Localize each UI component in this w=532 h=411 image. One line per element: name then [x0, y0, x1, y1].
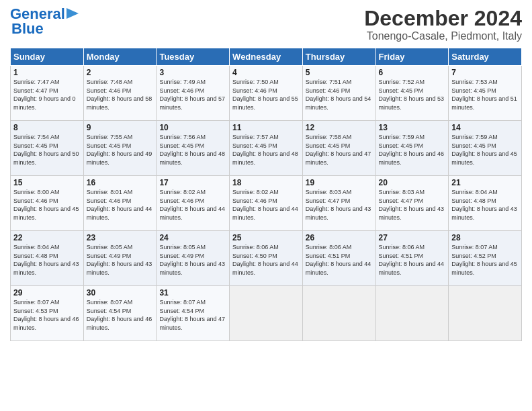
header: General Blue December 2024 Tonengo-Casal… — [10, 7, 522, 42]
table-row: 9Sunrise: 7:55 AMSunset: 4:45 PMDaylight… — [83, 121, 157, 176]
logo-arrow-icon — [66, 8, 79, 19]
calendar-table: Sunday Monday Tuesday Wednesday Thursday… — [10, 48, 522, 341]
table-row: 29Sunrise: 8:07 AMSunset: 4:53 PMDayligh… — [11, 286, 84, 341]
table-row: 11Sunrise: 7:57 AMSunset: 4:45 PMDayligh… — [230, 121, 303, 176]
cell-text: Sunrise: 7:53 AMSunset: 4:45 PMDaylight:… — [451, 79, 517, 111]
title-block: December 2024 Tonengo-Casale, Piedmont, … — [364, 7, 522, 42]
table-row: 16Sunrise: 8:01 AMSunset: 4:46 PMDayligh… — [83, 176, 157, 231]
day-number: 5 — [306, 68, 373, 77]
table-row: 7Sunrise: 7:53 AMSunset: 4:45 PMDaylight… — [449, 66, 522, 121]
svg-marker-0 — [66, 8, 79, 19]
table-row: 27Sunrise: 8:06 AMSunset: 4:51 PMDayligh… — [375, 231, 449, 286]
table-row: 6Sunrise: 7:52 AMSunset: 4:45 PMDaylight… — [375, 66, 449, 121]
day-number: 22 — [13, 233, 81, 242]
day-number: 31 — [159, 288, 226, 298]
logo: General Blue — [10, 7, 79, 36]
table-row: 22Sunrise: 8:04 AMSunset: 4:48 PMDayligh… — [11, 231, 84, 286]
cell-text: Sunrise: 7:59 AMSunset: 4:45 PMDaylight:… — [379, 134, 445, 166]
table-row: 25Sunrise: 8:06 AMSunset: 4:50 PMDayligh… — [230, 231, 303, 286]
table-row — [230, 286, 303, 341]
calendar-week-row: 22Sunrise: 8:04 AMSunset: 4:48 PMDayligh… — [11, 231, 522, 286]
day-number: 19 — [306, 178, 373, 187]
day-number: 8 — [13, 123, 81, 132]
cell-text: Sunrise: 7:52 AMSunset: 4:45 PMDaylight:… — [379, 79, 445, 111]
table-row: 8Sunrise: 7:54 AMSunset: 4:45 PMDaylight… — [11, 121, 84, 176]
table-row: 28Sunrise: 8:07 AMSunset: 4:52 PMDayligh… — [449, 231, 522, 286]
col-friday: Friday — [375, 48, 449, 66]
table-row — [375, 286, 449, 341]
cell-text: Sunrise: 8:00 AMSunset: 4:46 PMDaylight:… — [13, 189, 79, 221]
table-row: 3Sunrise: 7:49 AMSunset: 4:46 PMDaylight… — [157, 66, 230, 121]
cell-text: Sunrise: 8:04 AMSunset: 4:48 PMDaylight:… — [13, 244, 79, 276]
day-number: 20 — [379, 178, 446, 187]
day-number: 1 — [13, 68, 81, 77]
cell-text: Sunrise: 8:07 AMSunset: 4:54 PMDaylight:… — [159, 299, 225, 331]
calendar-header-row: Sunday Monday Tuesday Wednesday Thursday… — [11, 48, 522, 66]
cell-text: Sunrise: 7:48 AMSunset: 4:46 PMDaylight:… — [87, 79, 152, 111]
day-number: 25 — [232, 233, 300, 242]
calendar-week-row: 1Sunrise: 7:47 AMSunset: 4:47 PMDaylight… — [11, 66, 522, 121]
cell-text: Sunrise: 7:49 AMSunset: 4:46 PMDaylight:… — [159, 79, 225, 111]
day-number: 10 — [159, 123, 226, 132]
day-number: 7 — [451, 68, 519, 77]
day-number: 2 — [87, 68, 154, 77]
logo-blue: Blue — [11, 20, 44, 37]
cell-text: Sunrise: 7:47 AMSunset: 4:47 PMDaylight:… — [13, 79, 76, 111]
cell-text: Sunrise: 7:50 AMSunset: 4:46 PMDaylight:… — [232, 79, 298, 111]
table-row: 18Sunrise: 8:02 AMSunset: 4:46 PMDayligh… — [230, 176, 303, 231]
col-monday: Monday — [83, 48, 157, 66]
cell-text: Sunrise: 8:07 AMSunset: 4:52 PMDaylight:… — [451, 244, 517, 276]
col-sunday: Sunday — [11, 48, 84, 66]
cell-text: Sunrise: 7:59 AMSunset: 4:45 PMDaylight:… — [451, 134, 517, 166]
col-saturday: Saturday — [449, 48, 522, 66]
table-row: 19Sunrise: 8:03 AMSunset: 4:47 PMDayligh… — [302, 176, 375, 231]
cell-text: Sunrise: 8:05 AMSunset: 4:49 PMDaylight:… — [87, 244, 152, 276]
table-row: 10Sunrise: 7:56 AMSunset: 4:45 PMDayligh… — [157, 121, 230, 176]
day-number: 4 — [232, 68, 300, 77]
col-tuesday: Tuesday — [157, 48, 230, 66]
day-number: 24 — [159, 233, 226, 242]
day-number: 15 — [13, 178, 81, 187]
table-row — [449, 286, 522, 341]
col-thursday: Thursday — [302, 48, 375, 66]
table-row: 24Sunrise: 8:05 AMSunset: 4:49 PMDayligh… — [157, 231, 230, 286]
cell-text: Sunrise: 8:07 AMSunset: 4:53 PMDaylight:… — [13, 299, 79, 331]
day-number: 3 — [159, 68, 226, 77]
cell-text: Sunrise: 8:05 AMSunset: 4:49 PMDaylight:… — [159, 244, 225, 276]
table-row — [302, 286, 375, 341]
cell-text: Sunrise: 7:56 AMSunset: 4:45 PMDaylight:… — [159, 134, 225, 166]
table-row: 13Sunrise: 7:59 AMSunset: 4:45 PMDayligh… — [375, 121, 449, 176]
cell-text: Sunrise: 7:51 AMSunset: 4:46 PMDaylight:… — [306, 79, 371, 111]
cell-text: Sunrise: 7:57 AMSunset: 4:45 PMDaylight:… — [232, 134, 298, 166]
day-number: 13 — [379, 123, 446, 132]
cell-text: Sunrise: 8:01 AMSunset: 4:46 PMDaylight:… — [87, 189, 152, 221]
calendar-week-row: 29Sunrise: 8:07 AMSunset: 4:53 PMDayligh… — [11, 286, 522, 341]
cell-text: Sunrise: 8:04 AMSunset: 4:48 PMDaylight:… — [451, 189, 517, 221]
day-number: 30 — [87, 288, 154, 298]
cell-text: Sunrise: 8:06 AMSunset: 4:51 PMDaylight:… — [306, 244, 371, 276]
calendar-week-row: 8Sunrise: 7:54 AMSunset: 4:45 PMDaylight… — [11, 121, 522, 176]
day-number: 16 — [87, 178, 154, 187]
day-number: 17 — [159, 178, 226, 187]
table-row: 26Sunrise: 8:06 AMSunset: 4:51 PMDayligh… — [302, 231, 375, 286]
day-number: 9 — [87, 123, 154, 132]
table-row: 31Sunrise: 8:07 AMSunset: 4:54 PMDayligh… — [157, 286, 230, 341]
table-row: 1Sunrise: 7:47 AMSunset: 4:47 PMDaylight… — [11, 66, 84, 121]
cell-text: Sunrise: 7:54 AMSunset: 4:45 PMDaylight:… — [13, 134, 79, 166]
day-number: 14 — [451, 123, 519, 132]
table-row: 12Sunrise: 7:58 AMSunset: 4:45 PMDayligh… — [302, 121, 375, 176]
table-row: 21Sunrise: 8:04 AMSunset: 4:48 PMDayligh… — [449, 176, 522, 231]
col-wednesday: Wednesday — [230, 48, 303, 66]
table-row: 15Sunrise: 8:00 AMSunset: 4:46 PMDayligh… — [11, 176, 84, 231]
cell-text: Sunrise: 8:07 AMSunset: 4:54 PMDaylight:… — [87, 299, 152, 331]
table-row: 14Sunrise: 7:59 AMSunset: 4:45 PMDayligh… — [449, 121, 522, 176]
calendar-week-row: 15Sunrise: 8:00 AMSunset: 4:46 PMDayligh… — [11, 176, 522, 231]
day-number: 28 — [451, 233, 519, 242]
logo-text: General — [10, 7, 65, 21]
cell-text: Sunrise: 7:58 AMSunset: 4:45 PMDaylight:… — [306, 134, 371, 166]
table-row: 23Sunrise: 8:05 AMSunset: 4:49 PMDayligh… — [83, 231, 157, 286]
cell-text: Sunrise: 8:06 AMSunset: 4:51 PMDaylight:… — [379, 244, 445, 276]
table-row: 2Sunrise: 7:48 AMSunset: 4:46 PMDaylight… — [83, 66, 157, 121]
day-number: 23 — [87, 233, 154, 242]
day-number: 18 — [232, 178, 300, 187]
